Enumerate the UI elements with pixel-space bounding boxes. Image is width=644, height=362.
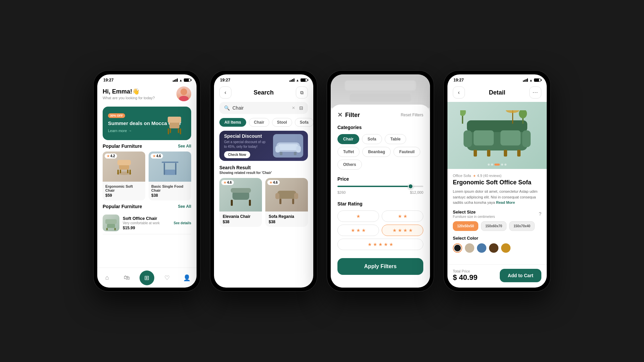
nav-bag[interactable]: 🛍 bbox=[120, 271, 133, 285]
close-filter-button[interactable]: ✕ bbox=[337, 111, 342, 119]
product-card-1[interactable]: ★ 4.2 bbox=[103, 152, 145, 200]
status-bar-4: 19:27 ▲ bbox=[447, 74, 547, 84]
svg-rect-11 bbox=[120, 170, 121, 173]
result-name-2: Sofa Regania bbox=[269, 214, 305, 219]
color-blue[interactable] bbox=[477, 243, 486, 253]
nav-profile[interactable]: 👤 bbox=[180, 271, 194, 285]
filter-cat-fauteuil[interactable]: Fauteuil bbox=[393, 147, 420, 157]
svg-rect-3 bbox=[180, 128, 181, 134]
total-price: $ 40.99 bbox=[453, 273, 477, 282]
chip-chair[interactable]: Chair bbox=[249, 118, 269, 127]
product-price-1: $59 bbox=[105, 193, 143, 198]
see-all-2[interactable]: See All bbox=[178, 204, 191, 209]
product-name-1: Ergonomic Soft Chair bbox=[105, 184, 143, 192]
price-label: Price bbox=[337, 176, 423, 182]
svg-rect-22 bbox=[278, 144, 298, 150]
apply-filters-button[interactable]: Apply Filters bbox=[337, 258, 423, 275]
star-option-4[interactable]: ★★★★ bbox=[382, 225, 423, 236]
size-label: Select Size bbox=[453, 209, 495, 215]
star-option-3[interactable]: ★★★ bbox=[337, 225, 379, 236]
special-discount-banner[interactable]: Special Discount Get a special discount … bbox=[219, 131, 308, 161]
size-help-icon[interactable]: ? bbox=[539, 211, 541, 217]
phone-filter: ✕ Filter Reset Filters Categories Chair … bbox=[327, 70, 434, 292]
svg-rect-30 bbox=[249, 200, 251, 206]
size-sublabel: Furniture size in centimeters bbox=[453, 215, 495, 219]
check-now-button[interactable]: Check Now bbox=[224, 151, 250, 158]
color-black[interactable] bbox=[453, 243, 462, 253]
result-rating-2: 4.6 bbox=[273, 181, 278, 184]
color-brown[interactable] bbox=[489, 243, 498, 253]
filter-cat-table[interactable]: Table bbox=[385, 134, 406, 144]
product-category: Office Sofa ★ 4.9 (40 reviews) bbox=[453, 174, 541, 178]
color-gold[interactable] bbox=[501, 243, 511, 253]
price-slider[interactable] bbox=[337, 186, 423, 187]
see-all-1[interactable]: See All bbox=[178, 144, 191, 148]
back-button-4[interactable]: ‹ bbox=[453, 86, 465, 99]
chip-stool[interactable]: Stool bbox=[272, 118, 292, 127]
status-bar-1: 19:27 ▲ bbox=[97, 74, 197, 84]
chip-sofa[interactable]: Sofa bbox=[295, 118, 313, 127]
popular-item-desc: Very comfortable at work bbox=[123, 221, 170, 225]
svg-rect-37 bbox=[467, 120, 527, 132]
svg-rect-45 bbox=[517, 150, 521, 157]
filter-cat-tuffet[interactable]: Tuffet bbox=[337, 147, 360, 157]
svg-rect-41 bbox=[500, 130, 521, 145]
filter-cat-chair[interactable]: Chair bbox=[337, 134, 359, 144]
size-btn-1[interactable]: 120x50x50 bbox=[453, 221, 478, 231]
star-rating-label: Star Rating bbox=[337, 201, 423, 206]
size-btn-2[interactable]: 150x60x70 bbox=[481, 221, 506, 231]
filter-button[interactable]: ⧉ bbox=[296, 86, 308, 99]
search-input[interactable]: Chair bbox=[232, 105, 289, 111]
svg-rect-5 bbox=[178, 128, 179, 133]
price-min: $260 bbox=[337, 190, 345, 194]
svg-rect-13 bbox=[162, 162, 178, 163]
filter-cat-others[interactable]: Others bbox=[337, 160, 362, 170]
status-bar-2: 19:27 ▲ bbox=[214, 74, 313, 84]
result-subtitle: Showing related result for 'Chair' bbox=[219, 171, 308, 175]
options-icon[interactable]: ⊟ bbox=[299, 105, 303, 111]
back-button-2[interactable]: ‹ bbox=[219, 86, 231, 99]
filter-cat-sofa[interactable]: Sofa bbox=[362, 134, 382, 144]
star-option-5[interactable]: ★★★★★ bbox=[337, 239, 423, 250]
chip-all[interactable]: All Items bbox=[219, 118, 246, 127]
svg-rect-43 bbox=[487, 150, 490, 157]
wifi-icon-4: ▲ bbox=[529, 78, 533, 82]
star-option-1[interactable]: ★ bbox=[337, 210, 379, 222]
nav-wishlist[interactable]: ♡ bbox=[160, 271, 174, 285]
color-beige[interactable] bbox=[465, 243, 474, 253]
svg-rect-9 bbox=[117, 170, 119, 175]
svg-rect-34 bbox=[279, 199, 281, 204]
add-to-cart-button[interactable]: Add to Cart bbox=[500, 269, 541, 282]
read-more-link[interactable]: Read More bbox=[496, 200, 515, 204]
avatar[interactable] bbox=[176, 86, 191, 101]
bag-icon: 🛍 bbox=[124, 274, 130, 281]
clear-icon[interactable]: ✕ bbox=[292, 106, 295, 110]
reset-filters-button[interactable]: Reset Filters bbox=[401, 113, 423, 117]
detail-footer: Total Price $ 40.99 Add to Cart bbox=[447, 264, 547, 288]
more-options-button[interactable]: ··· bbox=[529, 86, 541, 99]
product-name-2: Basic Single Food Chair bbox=[151, 184, 189, 192]
promo-banner[interactable]: 30% OFF Summer deals on Mocca Chair Lear… bbox=[103, 107, 191, 140]
svg-rect-42 bbox=[474, 150, 477, 157]
svg-point-47 bbox=[519, 110, 527, 118]
popular-item-1[interactable]: Soft Office Chair Very comfortable at wo… bbox=[103, 212, 191, 234]
svg-rect-31 bbox=[277, 191, 296, 199]
result-price-1: $38 bbox=[223, 220, 259, 224]
search-bar[interactable]: 🔍 Chair ✕ ⊟ bbox=[219, 102, 308, 114]
filter-cat-beanbag[interactable]: Beanbag bbox=[362, 147, 391, 157]
product-price-2: $38 bbox=[151, 193, 189, 198]
nav-scan[interactable]: ⊞ bbox=[140, 270, 154, 285]
product-card-2[interactable]: ★ 4.6 Basic Single Food Chair bbox=[149, 152, 191, 200]
result-card-1[interactable]: ★ 4.6 Elevania Chair bbox=[219, 178, 262, 227]
greeting-subtitle: What are you looking for today? bbox=[103, 96, 155, 100]
section2-title: Popular Furniture bbox=[103, 204, 142, 209]
size-btn-3[interactable]: 150x70x40 bbox=[509, 221, 535, 231]
discount-badge: 30% OFF bbox=[108, 113, 125, 118]
svg-rect-2 bbox=[168, 128, 169, 134]
star-option-2[interactable]: ★★ bbox=[382, 210, 423, 222]
svg-rect-12 bbox=[127, 170, 128, 173]
filter-title: ✕ Filter bbox=[337, 111, 360, 119]
see-details-link[interactable]: See details bbox=[174, 221, 191, 225]
nav-home[interactable]: ⌂ bbox=[100, 271, 114, 285]
result-card-2[interactable]: ★ 4.6 Sofa Reg bbox=[265, 178, 308, 227]
